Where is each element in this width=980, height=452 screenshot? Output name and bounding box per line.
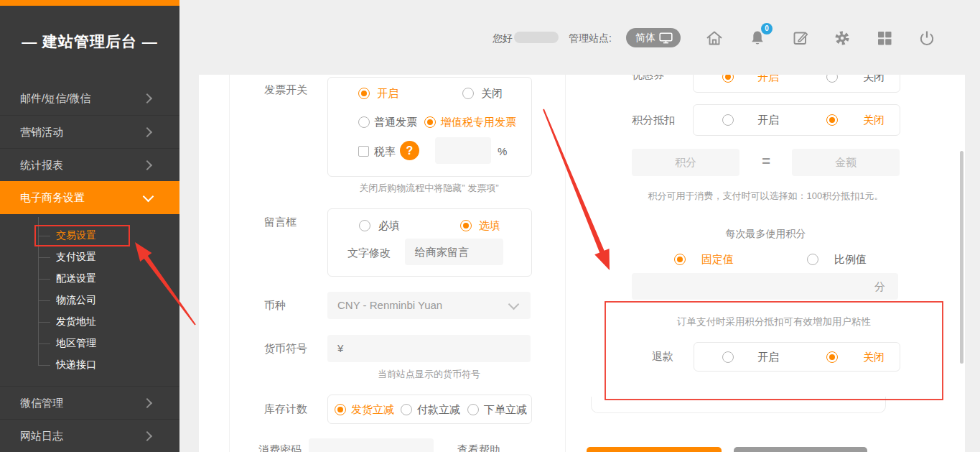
invoice-on-radio[interactable]: [358, 88, 370, 99]
invoice-normal-option[interactable]: 普通发票: [374, 116, 417, 129]
chevron-right-icon: [142, 93, 152, 103]
help-question-icon[interactable]: ?: [400, 141, 419, 160]
stock-pay-radio[interactable]: [401, 404, 412, 415]
coupon-group: 开启 关闭: [693, 75, 900, 93]
message-edit-label: 文字修改: [347, 246, 391, 260]
refund-on-option[interactable]: 开启: [757, 351, 779, 364]
consume-password-input[interactable]: [309, 438, 434, 452]
sidebar-subitem-trade-settings[interactable]: 交易设置: [56, 229, 164, 244]
coupon-off-option[interactable]: 关闭: [863, 75, 885, 84]
tax-rate-option[interactable]: 税率: [374, 145, 396, 159]
currency-select[interactable]: CNY - Renminbi Yuan: [327, 292, 531, 319]
settings-gear-icon[interactable]: [833, 29, 851, 47]
tree-tick: [38, 300, 50, 301]
points-on-option[interactable]: 开启: [757, 114, 779, 127]
refund-off-option[interactable]: 关闭: [863, 351, 885, 364]
stock-count-label: 库存计数: [264, 402, 307, 416]
chevron-right-icon: [142, 160, 152, 170]
message-box-label: 留言框: [264, 216, 297, 229]
notification-badge[interactable]: 0: [761, 23, 773, 34]
points-value-input[interactable]: 积分: [632, 149, 739, 176]
ratio-value-option[interactable]: 比例值: [834, 253, 867, 267]
tree-tick: [38, 365, 50, 366]
greeting-text: 您好: [493, 32, 513, 45]
invoice-help-text: 关闭后购物流程中将隐藏” 发票项”: [327, 182, 531, 195]
site-selector-pill[interactable]: 简体: [626, 28, 681, 47]
invoice-on-option[interactable]: 开启: [377, 87, 398, 101]
points-deduction-group: 开启 关闭: [693, 104, 900, 136]
sidebar-item-ecommerce-settings[interactable]: 电子商务设置: [0, 181, 179, 214]
max-points-title: 每次最多使用积分: [632, 228, 900, 241]
refund-on-radio[interactable]: [722, 351, 734, 363]
tree-tick: [38, 257, 50, 258]
stock-ship-option[interactable]: 发货立减: [351, 403, 394, 417]
sidebar-subitem-logistics-company[interactable]: 物流公司: [56, 294, 164, 308]
invoice-off-radio[interactable]: [462, 88, 474, 99]
tree-tick: [38, 343, 50, 344]
points-help-text: 积分可用于消费，支付时可以选择如：100积分抵扣1元。: [632, 190, 900, 203]
cancel-button[interactable]: [734, 447, 867, 452]
fixed-value-option[interactable]: 固定值: [701, 253, 734, 267]
message-required-radio[interactable]: [359, 220, 370, 231]
home-icon[interactable]: [705, 29, 724, 47]
manage-site-label: 管理站点:: [569, 32, 612, 45]
sidebar-subitem-region-management[interactable]: 地区管理: [56, 337, 164, 351]
message-text-input[interactable]: 给商家留言: [405, 239, 503, 265]
invoice-off-option[interactable]: 关闭: [481, 87, 503, 101]
message-optional-option[interactable]: 选填: [479, 219, 500, 233]
sidebar-subitem-shipping-address[interactable]: 发货地址: [56, 315, 164, 330]
panel-divider: [229, 75, 230, 452]
points-off-radio[interactable]: [826, 114, 838, 126]
monitor-icon: [659, 32, 673, 44]
message-required-option[interactable]: 必填: [378, 219, 400, 233]
currency-symbol-label: 货币符号: [264, 342, 307, 356]
stock-order-radio[interactable]: [467, 404, 479, 415]
stock-pay-option[interactable]: 付款立减: [417, 403, 460, 417]
invoice-vat-option[interactable]: 增值税专用发票: [441, 116, 516, 129]
tree-tick: [38, 236, 50, 236]
vertical-scrollbar-thumb[interactable]: [960, 151, 963, 364]
message-optional-radio[interactable]: [460, 220, 472, 231]
refund-label: 退款: [652, 350, 673, 364]
tree-tick: [38, 322, 50, 323]
max-points-input[interactable]: 分: [632, 273, 898, 300]
points-off-option[interactable]: 关闭: [863, 114, 885, 127]
view-help-link[interactable]: 查看帮助: [457, 443, 500, 452]
amount-value-input[interactable]: 金额: [792, 149, 900, 176]
invoice-vat-radio[interactable]: [424, 116, 436, 128]
sidebar-subitem-delivery-settings[interactable]: 配送设置: [56, 272, 164, 287]
chevron-right-icon: [142, 398, 152, 408]
sidebar-item-reports[interactable]: 统计报表: [0, 148, 179, 182]
points-on-radio[interactable]: [722, 114, 734, 126]
edit-icon[interactable]: [791, 29, 810, 47]
sidebar-item-site-logs[interactable]: 网站日志: [0, 419, 179, 452]
tax-rate-checkbox[interactable]: [358, 146, 369, 157]
sidebar-item-marketing[interactable]: 营销活动: [0, 115, 179, 149]
coupon-on-radio[interactable]: [722, 75, 734, 83]
currency-symbol-input[interactable]: ¥: [327, 335, 531, 362]
currency-label: 币种: [264, 299, 286, 313]
percent-suffix: %: [498, 145, 507, 157]
sidebar-subitem-express-api[interactable]: 快递接口: [56, 359, 164, 373]
sidebar-subitem-payment-settings[interactable]: 支付设置: [56, 251, 164, 265]
coupon-on-option[interactable]: 开启: [757, 75, 779, 84]
stock-order-option[interactable]: 下单立减: [484, 403, 527, 417]
sidebar-item-mail-sms-wechat[interactable]: 邮件/短信/微信: [0, 82, 179, 115]
points-unit-suffix: 分: [874, 280, 898, 292]
fixed-value-radio[interactable]: [674, 254, 686, 265]
stock-ship-radio[interactable]: [335, 404, 346, 415]
refund-off-radio[interactable]: [826, 351, 838, 363]
apps-grid-icon[interactable]: [875, 29, 894, 47]
sidebar-item-wechat-management[interactable]: 微信管理: [0, 386, 179, 420]
power-icon[interactable]: [918, 29, 936, 47]
chevron-down-icon: [143, 191, 154, 203]
save-button[interactable]: [587, 447, 722, 452]
coupon-off-radio[interactable]: [826, 75, 838, 83]
sidebar-accent-strip: [0, 0, 179, 6]
ratio-value-radio[interactable]: [807, 254, 818, 265]
invoice-normal-radio[interactable]: [358, 116, 370, 128]
site-name: 简体: [635, 32, 655, 45]
tax-rate-input[interactable]: [435, 137, 491, 164]
chevron-right-icon: [142, 431, 152, 441]
points-note-text: 订单支付时采用积分抵扣可有效增加用户粘性: [605, 315, 943, 328]
